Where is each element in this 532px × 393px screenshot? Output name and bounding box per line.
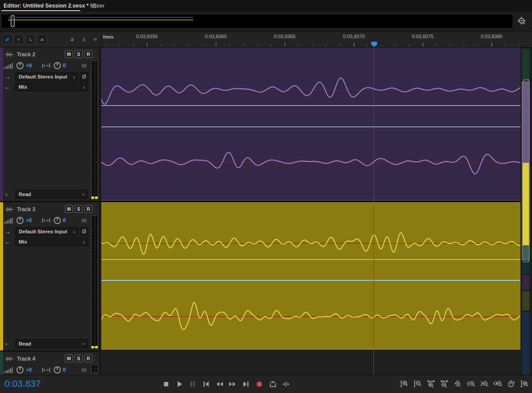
solo-button[interactable]: S [75, 354, 83, 362]
skip-to-selection-button[interactable] [281, 379, 291, 389]
skip-to-start-button[interactable] [201, 379, 211, 389]
ruler-minor-tick [106, 44, 106, 47]
mute-button[interactable]: M [65, 205, 73, 213]
skip-to-end-button[interactable] [241, 379, 251, 389]
audio-clip[interactable] [101, 47, 520, 200]
pan-knob[interactable] [54, 217, 61, 224]
automation-mode-select[interactable]: Read› [15, 190, 88, 199]
overview-timeline[interactable] [2, 15, 512, 28]
phase-button[interactable]: Ø [80, 227, 88, 236]
play-button[interactable] [174, 379, 185, 389]
fast-forward-button[interactable] [227, 379, 238, 389]
volume-envelope-line[interactable] [101, 105, 520, 106]
zoom-in-at-in-point-button[interactable] [466, 379, 476, 389]
ruler-minor-tick [175, 44, 175, 47]
zoom-out-time-button[interactable] [413, 379, 423, 389]
volume-value[interactable]: +0 [26, 63, 32, 69]
input-monitor-button[interactable]: I [95, 50, 99, 58]
arm-record-button[interactable]: R [84, 205, 92, 213]
editor-toggle-button[interactable] [2, 34, 12, 44]
loop-playback-button[interactable] [267, 379, 278, 389]
volume-envelope-line[interactable] [101, 259, 520, 260]
timeline-ruler[interactable]: hms 0:03,83550:03,83600:03,83650:03,8370… [101, 32, 520, 47]
pan-envelope-line[interactable] [101, 280, 520, 281]
time-display[interactable]: 0:03.837 [4, 378, 41, 389]
phase-button[interactable]: Ø [80, 72, 88, 81]
mute-button[interactable]: M [65, 354, 73, 362]
track-name[interactable]: Track 2 [17, 51, 35, 58]
zoom-in-at-out-point-button[interactable] [480, 379, 489, 389]
ruler-time-label: 0:03,8370 [343, 34, 365, 39]
navigator-track-block[interactable] [522, 262, 529, 274]
solo-button[interactable]: S [75, 205, 83, 213]
track-name[interactable]: Track 4 [17, 356, 35, 362]
pan-knob[interactable] [54, 62, 61, 69]
overview-zoom-icon[interactable] [516, 16, 528, 28]
ruler-minor-tick [230, 44, 230, 47]
arm-record-button[interactable]: R [84, 50, 92, 58]
routing-button[interactable] [25, 34, 36, 44]
level-meter [91, 215, 98, 349]
stereo-icon: ((•)) [82, 368, 86, 372]
track-color-strip[interactable] [0, 202, 3, 350]
pan-envelope-line[interactable] [101, 126, 520, 127]
navigator-viewport-frame[interactable] [522, 81, 530, 260]
arm-record-button[interactable]: R [84, 354, 92, 362]
snap-magnet-button[interactable] [90, 34, 100, 44]
expand-chevron-icon[interactable]: › [5, 191, 15, 198]
tab-mixer[interactable]: Mixer [90, 0, 105, 12]
waveform-area[interactable] [101, 47, 520, 375]
zoom-to-play-time-button[interactable] [506, 379, 516, 389]
track-name[interactable]: Track 3 [17, 206, 35, 212]
input-select[interactable]: Default Stereo Input› [15, 227, 79, 236]
solo-button[interactable]: S [75, 50, 83, 58]
output-select[interactable]: Mix› [15, 237, 88, 246]
volume-knob[interactable] [16, 217, 24, 224]
navigator-viewport-handle[interactable] [523, 79, 529, 83]
navigator-track-block[interactable] [522, 312, 529, 375]
zoom-in-vertical-button[interactable] [520, 379, 529, 389]
navigator-track-block[interactable] [522, 291, 529, 310]
volume-knob[interactable] [16, 62, 24, 69]
zoom-in-time-button[interactable] [400, 379, 409, 389]
mute-button[interactable]: M [65, 50, 73, 58]
volume-value[interactable]: +0 [26, 367, 32, 373]
input-select[interactable]: Default Stereo Input› [15, 72, 79, 81]
volume-knob[interactable] [16, 366, 24, 373]
zoom-out-full-button[interactable] [453, 379, 463, 389]
pan-knob[interactable] [54, 366, 61, 373]
record-button[interactable] [254, 379, 265, 389]
expand-chevron-icon[interactable]: › [5, 340, 15, 347]
pan-value[interactable]: 0 [63, 63, 66, 69]
volume-value[interactable]: +0 [26, 217, 32, 224]
effects-button[interactable]: fx [14, 34, 24, 44]
automation-mode-select[interactable]: Read› [15, 339, 88, 348]
input-monitor-button[interactable]: I [95, 205, 99, 213]
track-color-strip[interactable] [0, 47, 3, 201]
playhead-marker[interactable] [371, 42, 377, 47]
countdown-timer-button[interactable] [79, 34, 89, 44]
stop-button[interactable] [161, 379, 171, 389]
zoom-buttons [400, 379, 529, 389]
zoom-out-amplitude-button[interactable] [440, 379, 449, 389]
ruler-time-label: 0:03,8375 [412, 34, 434, 39]
pause-button[interactable] [187, 379, 198, 389]
zoom-to-selection-button[interactable] [493, 379, 503, 389]
output-select[interactable]: Mix› [15, 83, 88, 91]
track-divider [0, 201, 99, 202]
pan-value[interactable]: 0 [63, 217, 66, 224]
metronome-button[interactable] [67, 34, 77, 44]
input-monitor-button[interactable]: I [95, 354, 99, 362]
navigator-track-block[interactable] [522, 275, 529, 290]
pan-value[interactable]: 0 [63, 367, 66, 373]
ruler-minor-tick [326, 44, 326, 47]
audio-clip[interactable] [101, 202, 520, 350]
playhead-line[interactable] [373, 47, 374, 375]
ruler-minor-tick [519, 44, 519, 47]
metering-button[interactable] [37, 34, 47, 44]
rewind-button[interactable] [214, 379, 225, 389]
navigator-viewport-handle[interactable] [523, 259, 529, 262]
track-color-strip[interactable] [0, 352, 3, 375]
zoom-in-amplitude-button[interactable] [426, 379, 436, 389]
navigator-track-block[interactable] [522, 49, 529, 81]
